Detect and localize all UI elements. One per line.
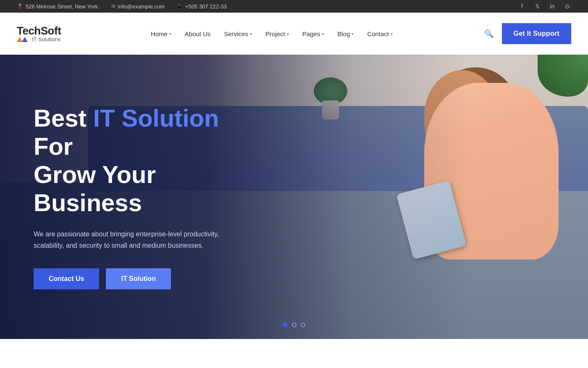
social-links: f 𝕏 in ⊙ <box>518 3 571 10</box>
hero-section: Best IT Solution For Grow Your Business … <box>0 55 588 339</box>
address-text: 526 Melrose Street, New York. <box>26 3 100 10</box>
contact-dropdown-arrow: ▾ <box>391 32 393 36</box>
nav-services[interactable]: Services ▾ <box>218 27 258 41</box>
hero-title-part1: Best <box>34 104 93 132</box>
pages-dropdown-arrow: ▾ <box>322 32 324 36</box>
project-dropdown-arrow: ▾ <box>287 32 289 36</box>
nav-project[interactable]: Project ▾ <box>260 27 295 41</box>
logo-name: TechSoft <box>17 25 61 37</box>
home-dropdown-arrow: ▾ <box>169 32 171 36</box>
phone-text: +505 307 222-33 <box>185 3 227 10</box>
phone-icon: 📱 <box>176 3 183 9</box>
header: TechSoft IT Solutions Home ▾ About Us Se… <box>0 13 588 55</box>
address-item: 📍 526 Melrose Street, New York. <box>17 3 100 10</box>
get-support-button[interactable]: Get It Support <box>502 23 571 44</box>
hero-title: Best IT Solution For Grow Your Business <box>34 104 252 217</box>
email-text: info@example.com <box>118 3 165 10</box>
carousel-dot-3[interactable] <box>301 323 305 327</box>
hero-description: We are passionate about bringing enterpr… <box>34 228 239 251</box>
top-bar: 📍 526 Melrose Street, New York. ✉ info@e… <box>0 0 588 13</box>
email-icon: ✉ <box>111 3 116 9</box>
hero-content: Best IT Solution For Grow Your Business … <box>0 104 286 289</box>
search-icon[interactable]: 🔍 <box>483 27 495 40</box>
nav-about[interactable]: About Us <box>179 27 217 41</box>
nav-blog[interactable]: Blog ▾ <box>331 27 360 41</box>
email-item: ✉ info@example.com <box>111 3 165 10</box>
logo-triangle-blue <box>22 37 28 42</box>
logo-subtitle-area: IT Solutions <box>17 37 61 42</box>
carousel-dot-2[interactable] <box>292 323 297 327</box>
carousel-dots <box>283 322 305 327</box>
nav-pages[interactable]: Pages ▾ <box>297 27 330 41</box>
logo[interactable]: TechSoft IT Solutions <box>17 25 61 43</box>
top-bar-info: 📍 526 Melrose Street, New York. ✉ info@e… <box>17 3 227 10</box>
it-solution-button[interactable]: IT Solution <box>106 268 171 289</box>
main-nav: Home ▾ About Us Services ▾ Project ▾ Pag… <box>145 27 399 41</box>
linkedin-icon[interactable]: in <box>549 3 556 10</box>
nav-contact[interactable]: Contact ▾ <box>361 27 399 41</box>
logo-subtitle: IT Solutions <box>32 37 60 42</box>
twitter-icon[interactable]: 𝕏 <box>533 3 541 10</box>
phone-item: 📱 +505 307 222-33 <box>176 3 227 10</box>
facebook-icon[interactable]: f <box>518 3 526 10</box>
header-right: 🔍 Get It Support <box>483 23 571 44</box>
location-icon: 📍 <box>17 3 23 9</box>
blog-dropdown-arrow: ▾ <box>352 32 354 36</box>
hero-buttons: Contact Us IT Solution <box>34 268 252 289</box>
hero-title-line2: Grow Your Business <box>34 161 156 216</box>
nav-home[interactable]: Home ▾ <box>145 27 177 41</box>
contact-us-button[interactable]: Contact Us <box>34 268 99 289</box>
carousel-dot-1[interactable] <box>283 322 288 327</box>
hero-title-highlight: IT Solution <box>93 104 219 132</box>
hero-title-part2: For <box>34 132 73 160</box>
services-dropdown-arrow: ▾ <box>250 32 252 36</box>
instagram-icon[interactable]: ⊙ <box>564 3 571 10</box>
